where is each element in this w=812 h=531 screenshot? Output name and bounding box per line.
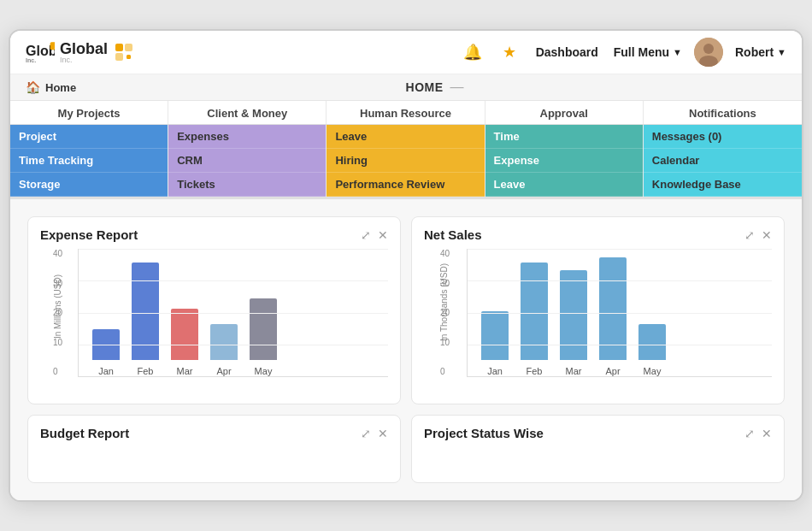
app-container: Global Inc. Global Inc. 🔔 ★ Dashboard Fu… — [9, 29, 803, 502]
logo-text: Global — [60, 40, 108, 57]
top-nav: Global Inc. Global Inc. 🔔 ★ Dashboard Fu… — [10, 31, 802, 74]
expense-report-widget: Expense Report ⤢ ✕ In Millions (USD) — [27, 216, 401, 404]
fullmenu-dropdown-icon: ▼ — [673, 47, 682, 57]
net-sales-title: Net Sales — [424, 227, 482, 242]
netsales-bar-apr-label: Apr — [605, 366, 620, 376]
netsales-bar-jan: Jan — [481, 311, 509, 376]
nav-user[interactable]: Robert ▼ — [735, 45, 786, 59]
net-sales-actions: ⤢ ✕ — [744, 228, 772, 242]
expense-bar-apr-label: Apr — [216, 366, 231, 376]
nav-fullmenu[interactable]: Full Menu ▼ — [614, 45, 682, 59]
expense-report-chart: In Millions (USD) 40 30 20 10 — [40, 249, 388, 394]
budget-report-widget: Budget Report ⤢ ✕ — [27, 415, 401, 483]
svg-rect-6 — [115, 53, 123, 61]
star-icon[interactable]: ★ — [498, 41, 521, 63]
breadcrumb-home[interactable]: 🏠 Home — [26, 80, 76, 94]
expense-bar-may-rect — [250, 298, 277, 360]
net-sales-expand-icon[interactable]: ⤢ — [744, 228, 755, 242]
logo: Global Inc. Global Inc. — [26, 40, 133, 64]
net-sales-header: Net Sales ⤢ ✕ — [424, 227, 772, 242]
menu-items-grid: Project Time Tracking Storage Expenses C… — [10, 125, 802, 198]
netsales-bar-jan-label: Jan — [487, 366, 503, 376]
breadcrumb-title: HOME — [406, 80, 444, 94]
expense-report-header: Expense Report ⤢ ✕ — [40, 227, 388, 242]
net-sales-chart: In Thousands (USD) 40 30 20 10 0 — [424, 249, 772, 394]
svg-rect-7 — [127, 55, 131, 59]
menu-item-project[interactable]: Project — [10, 125, 168, 149]
menu-col-approval: Time Expense Leave — [485, 125, 644, 197]
expense-report-title: Expense Report — [40, 227, 138, 242]
menu-item-timetracking[interactable]: Time Tracking — [10, 149, 168, 173]
home-icon: 🏠 — [26, 80, 40, 94]
expense-report-expand-icon[interactable]: ⤢ — [361, 228, 371, 242]
netsales-bar-jan-rect — [481, 311, 509, 360]
expense-bar-may-label: May — [255, 366, 273, 376]
budget-report-expand-icon[interactable]: ⤢ — [361, 427, 371, 440]
project-status-title: Project Status Wise — [424, 426, 544, 440]
expense-bar-may: May — [250, 298, 277, 376]
netsales-bar-mar-label: Mar — [566, 366, 582, 376]
menu-item-leave[interactable]: Leave — [327, 125, 484, 149]
menu-item-expenses[interactable]: Expenses — [168, 125, 326, 149]
net-sales-widget: Net Sales ⤢ ✕ In Thousands (USD) 4 — [411, 216, 785, 404]
menu-item-performancereview[interactable]: Performance Review — [327, 173, 484, 197]
bell-icon[interactable]: 🔔 — [459, 41, 486, 63]
menu-col-humanresource: Leave Hiring Performance Review — [327, 125, 485, 197]
breadcrumb-bar: 🏠 Home HOME — — [10, 74, 802, 101]
menu-item-storage[interactable]: Storage — [10, 173, 168, 197]
net-sales-close-icon[interactable]: ✕ — [762, 228, 772, 242]
expense-bar-mar-label: Mar — [177, 366, 193, 376]
netsales-bars-container: 40 30 20 10 0 Jan Feb — [467, 249, 772, 377]
expense-bar-mar: Mar — [171, 309, 198, 376]
project-status-expand-icon[interactable]: ⤢ — [744, 427, 755, 440]
expense-bar-jan-label: Jan — [98, 366, 114, 376]
svg-rect-5 — [125, 44, 132, 51]
budget-report-actions: ⤢ ✕ — [361, 427, 388, 440]
expense-bar-jan-rect — [92, 329, 120, 360]
menu-header-humanresource: Human Resource — [327, 101, 485, 124]
project-status-widget: Project Status Wise ⤢ ✕ — [411, 415, 785, 483]
menu-grid-container: My Projects Client & Money Human Resourc… — [10, 101, 802, 199]
expense-report-actions: ⤢ ✕ — [361, 228, 388, 242]
netsales-bar-may: May — [638, 324, 666, 376]
netsales-y-ticks: 40 30 20 10 0 — [440, 249, 450, 376]
menu-item-calendar[interactable]: Calendar — [644, 149, 802, 173]
user-dropdown-icon: ▼ — [777, 47, 786, 57]
project-status-header: Project Status Wise ⤢ ✕ — [424, 426, 772, 440]
menu-item-leave2[interactable]: Leave — [485, 173, 643, 197]
menu-item-messages[interactable]: Messages (0) — [644, 125, 802, 149]
menu-headers: My Projects Client & Money Human Resourc… — [10, 101, 802, 125]
netsales-bar-mar-rect — [560, 270, 587, 360]
budget-report-header: Budget Report ⤢ ✕ — [40, 426, 388, 440]
menu-item-time[interactable]: Time — [485, 125, 643, 149]
breadcrumb-dash: — — [450, 80, 464, 95]
menu-col-notifications: Messages (0) Calendar Knowledge Base — [644, 125, 802, 197]
menu-item-crm[interactable]: CRM — [168, 149, 326, 173]
menu-col-myprojects: Project Time Tracking Storage — [10, 125, 168, 197]
expense-bar-apr: Apr — [210, 324, 238, 376]
budget-report-title: Budget Report — [40, 426, 129, 440]
project-status-close-icon[interactable]: ✕ — [762, 427, 772, 440]
svg-point-9 — [703, 44, 714, 54]
expense-bar-mar-rect — [171, 309, 198, 360]
menu-item-expense[interactable]: Expense — [485, 149, 643, 173]
expense-bar-jan: Jan — [92, 329, 120, 376]
expense-report-close-icon[interactable]: ✕ — [378, 228, 388, 242]
expense-bars: Jan Feb Mar Apr — [87, 249, 380, 376]
expense-bar-feb-label: Feb — [138, 366, 154, 376]
menu-header-myprojects: My Projects — [10, 101, 168, 124]
expense-bars-container: 40 30 20 10 0 Jan Feb — [78, 249, 388, 377]
nav-dashboard[interactable]: Dashboard — [533, 45, 602, 59]
avatar — [694, 38, 723, 67]
menu-item-hiring[interactable]: Hiring — [327, 149, 484, 173]
netsales-bar-feb-rect — [521, 263, 548, 360]
content-area: Expense Report ⤢ ✕ In Millions (USD) — [10, 199, 802, 500]
budget-report-close-icon[interactable]: ✕ — [378, 427, 388, 440]
netsales-bar-apr: Apr — [599, 257, 627, 376]
expense-bar-apr-rect — [210, 324, 238, 360]
menu-item-knowledgebase[interactable]: Knowledge Base — [644, 173, 802, 197]
netsales-bar-may-rect — [638, 324, 666, 360]
netsales-bar-apr-rect — [599, 257, 627, 360]
menu-item-tickets[interactable]: Tickets — [168, 173, 326, 197]
menu-header-clientmoney: Client & Money — [168, 101, 327, 124]
